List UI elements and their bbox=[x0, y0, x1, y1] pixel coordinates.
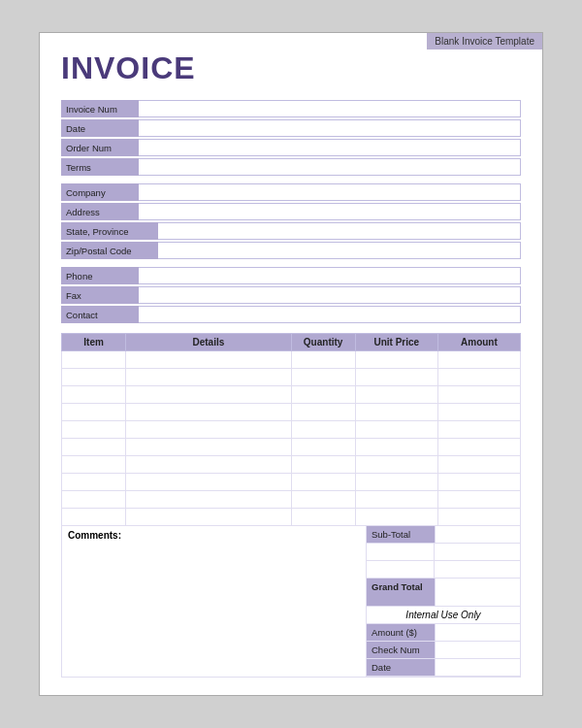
table-cell[interactable] bbox=[437, 456, 520, 474]
table-row[interactable] bbox=[62, 421, 521, 439]
invoice-title: INVOICE bbox=[61, 50, 521, 86]
table-cell[interactable] bbox=[291, 439, 355, 456]
state-province-input[interactable] bbox=[158, 222, 521, 240]
table-cell[interactable] bbox=[291, 351, 355, 369]
payment-date-row: Date bbox=[367, 659, 520, 677]
table-cell[interactable] bbox=[437, 386, 520, 404]
amount-value[interactable] bbox=[435, 624, 520, 641]
table-row[interactable] bbox=[62, 404, 521, 421]
check-num-value[interactable] bbox=[435, 642, 520, 658]
table-cell[interactable] bbox=[291, 369, 355, 386]
table-cell[interactable] bbox=[355, 386, 437, 404]
table-cell[interactable] bbox=[437, 351, 520, 369]
table-cell[interactable] bbox=[291, 404, 355, 421]
phone-label: Phone bbox=[61, 267, 139, 284]
table-cell[interactable] bbox=[437, 491, 520, 509]
order-num-input[interactable] bbox=[139, 139, 521, 156]
table-cell[interactable] bbox=[437, 421, 520, 439]
comments-area[interactable]: Comments: bbox=[61, 526, 366, 678]
zip-postal-input[interactable] bbox=[158, 242, 521, 259]
table-cell[interactable] bbox=[291, 474, 355, 491]
invoice-num-input[interactable] bbox=[139, 100, 521, 117]
table-cell[interactable] bbox=[291, 491, 355, 509]
contact-label: Contact bbox=[61, 306, 139, 323]
sub-total-value[interactable] bbox=[435, 526, 520, 543]
table-cell[interactable] bbox=[62, 491, 126, 509]
table-row[interactable] bbox=[62, 369, 521, 386]
table-row[interactable] bbox=[62, 351, 521, 369]
payment-date-value[interactable] bbox=[435, 659, 520, 676]
zip-postal-label: Zip/Postal Code bbox=[61, 242, 158, 259]
phone-info-section: Phone Fax Contact bbox=[61, 267, 521, 323]
fax-row: Fax bbox=[61, 286, 521, 304]
table-cell[interactable] bbox=[126, 421, 291, 439]
table-cell[interactable] bbox=[62, 421, 126, 439]
company-input[interactable] bbox=[139, 183, 521, 201]
table-cell[interactable] bbox=[437, 509, 520, 526]
table-row[interactable] bbox=[62, 474, 521, 491]
table-cell[interactable] bbox=[62, 474, 126, 491]
table-cell[interactable] bbox=[355, 369, 437, 386]
table-cell[interactable] bbox=[291, 456, 355, 474]
table-cell[interactable] bbox=[355, 404, 437, 421]
table-cell[interactable] bbox=[62, 386, 126, 404]
invoice-num-row: Invoice Num bbox=[61, 100, 521, 117]
terms-row: Terms bbox=[61, 158, 521, 176]
table-cell[interactable] bbox=[355, 509, 437, 526]
table-cell[interactable] bbox=[126, 456, 291, 474]
phone-input[interactable] bbox=[139, 267, 521, 284]
table-cell[interactable] bbox=[355, 421, 437, 439]
table-cell[interactable] bbox=[126, 369, 291, 386]
table-cell[interactable] bbox=[62, 509, 126, 526]
state-province-row: State, Province bbox=[61, 222, 521, 240]
col-quantity: Quantity bbox=[291, 334, 355, 351]
table-row[interactable] bbox=[62, 509, 521, 526]
col-details: Details bbox=[126, 334, 291, 351]
zip-postal-row: Zip/Postal Code bbox=[61, 242, 521, 259]
table-cell[interactable] bbox=[62, 456, 126, 474]
table-cell[interactable] bbox=[126, 404, 291, 421]
table-cell[interactable] bbox=[355, 351, 437, 369]
invoice-num-label: Invoice Num bbox=[61, 100, 139, 117]
table-cell[interactable] bbox=[355, 456, 437, 474]
table-cell[interactable] bbox=[291, 421, 355, 439]
table-row[interactable] bbox=[62, 439, 521, 456]
table-cell[interactable] bbox=[355, 491, 437, 509]
table-cell[interactable] bbox=[126, 474, 291, 491]
table-row[interactable] bbox=[62, 491, 521, 509]
table-row[interactable] bbox=[62, 386, 521, 404]
invoice-page: Blank Invoice Template INVOICE Invoice N… bbox=[39, 32, 543, 696]
amount-label: Amount ($) bbox=[367, 624, 435, 641]
table-cell[interactable] bbox=[437, 369, 520, 386]
address-input[interactable] bbox=[139, 203, 521, 220]
internal-use-label: Internal Use Only bbox=[367, 607, 520, 624]
date-input[interactable] bbox=[139, 119, 521, 137]
table-cell[interactable] bbox=[437, 474, 520, 491]
phone-row: Phone bbox=[61, 267, 521, 284]
spacer-row-2 bbox=[367, 561, 520, 579]
fax-label: Fax bbox=[61, 286, 139, 304]
order-num-label: Order Num bbox=[61, 139, 139, 156]
table-cell[interactable] bbox=[437, 439, 520, 456]
table-cell[interactable] bbox=[291, 386, 355, 404]
table-row[interactable] bbox=[62, 456, 521, 474]
table-cell[interactable] bbox=[62, 404, 126, 421]
table-cell[interactable] bbox=[62, 369, 126, 386]
table-cell[interactable] bbox=[62, 351, 126, 369]
table-cell[interactable] bbox=[126, 351, 291, 369]
table-cell[interactable] bbox=[291, 509, 355, 526]
table-cell[interactable] bbox=[126, 439, 291, 456]
contact-input[interactable] bbox=[139, 306, 521, 323]
table-cell[interactable] bbox=[126, 386, 291, 404]
table-cell[interactable] bbox=[62, 439, 126, 456]
table-cell[interactable] bbox=[355, 439, 437, 456]
terms-input[interactable] bbox=[139, 158, 521, 176]
grand-total-value[interactable] bbox=[435, 579, 520, 606]
table-cell[interactable] bbox=[355, 474, 437, 491]
table-cell[interactable] bbox=[126, 509, 291, 526]
table-cell[interactable] bbox=[126, 491, 291, 509]
table-cell[interactable] bbox=[437, 404, 520, 421]
template-label: Blank Invoice Template bbox=[427, 33, 542, 50]
fax-input[interactable] bbox=[139, 286, 521, 304]
items-table: Item Details Quantity Unit Price Amount bbox=[61, 333, 521, 526]
